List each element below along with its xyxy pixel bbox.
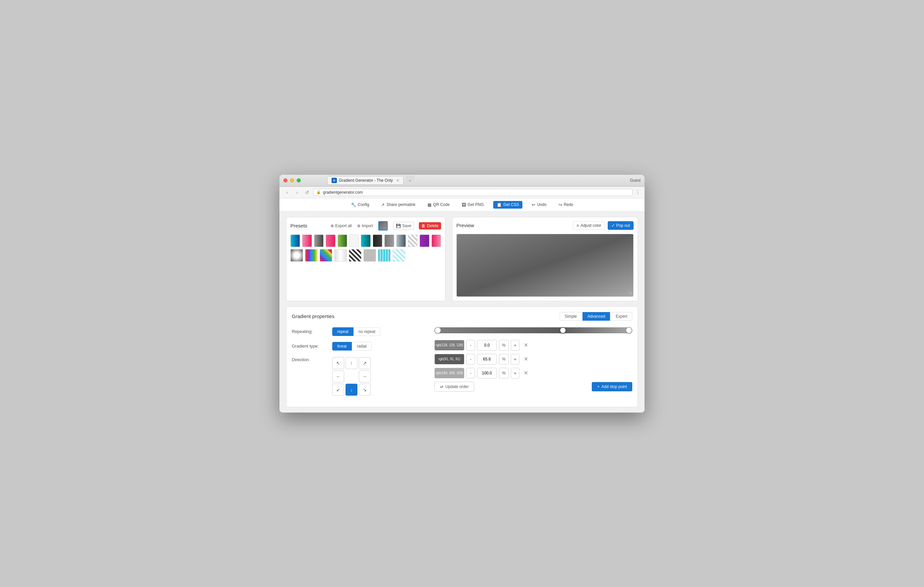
stop-minus-2[interactable]: -	[466, 368, 475, 378]
browser-tab[interactable]: G Gradient Generator - The Only ✕	[327, 176, 404, 185]
new-tab-button[interactable]: +	[406, 176, 415, 185]
stop-position-2[interactable]	[477, 368, 497, 378]
guest-label: Guest	[630, 178, 640, 183]
reload-button[interactable]: ↺	[304, 189, 311, 196]
props-right: rgb(128, 128, 128) - % + ✕ rgb(91, 91, 9…	[434, 327, 632, 401]
preset-swatch[interactable]	[338, 235, 347, 247]
preset-swatch[interactable]	[314, 235, 323, 247]
get-css-button[interactable]: 📋 Get CSS	[493, 201, 522, 209]
redo-button[interactable]: ↪ Redo	[556, 201, 576, 209]
stop-unit-0: %	[499, 340, 509, 350]
preset-swatch[interactable]	[384, 235, 394, 247]
dir-left-button[interactable]: ←	[332, 370, 344, 382]
shuffle-icon: ⇌	[440, 385, 444, 389]
stop-remove-1[interactable]: ✕	[521, 354, 530, 365]
dir-bottom-left-button[interactable]: ↙	[332, 384, 344, 396]
tab-close-icon[interactable]: ✕	[396, 178, 399, 183]
stop-minus-0[interactable]: -	[466, 340, 475, 350]
stop-color-1[interactable]: rgb(91, 91, 91)	[434, 354, 464, 365]
tab-title: Gradient Generator - The Only	[339, 178, 393, 183]
slider-thumb-2[interactable]	[625, 327, 632, 334]
preset-swatch[interactable]	[326, 235, 335, 247]
forward-button[interactable]: ›	[294, 189, 301, 196]
get-png-button[interactable]: 🖼 Get PNG	[459, 201, 487, 209]
dir-bottom-button[interactable]: ↓	[345, 384, 358, 396]
gradient-slider-track[interactable]	[434, 327, 632, 333]
preset-swatch[interactable]	[378, 249, 391, 261]
radial-button[interactable]: radial	[352, 342, 371, 350]
resize-handle-icon[interactable]: ⤡	[629, 291, 632, 295]
pop-out-button[interactable]: ⤢ Pop out	[608, 221, 634, 230]
stop-plus-1[interactable]: +	[511, 354, 520, 365]
dir-right-button[interactable]: →	[359, 370, 371, 382]
preset-swatch[interactable]	[396, 235, 406, 247]
export-all-button[interactable]: ⊕ Export all	[330, 224, 352, 228]
preset-swatch[interactable]	[419, 235, 429, 247]
save-preset-button[interactable]: 💾 Save	[393, 222, 414, 230]
preset-swatch[interactable]	[320, 249, 332, 261]
preview-header: Preview ≡ Adjust color ⤢ Pop out	[456, 221, 634, 230]
stop-rows: rgb(128, 128, 128) - % + ✕ rgb(91, 91, 9…	[434, 340, 632, 378]
stop-remove-0[interactable]: ✕	[521, 340, 530, 350]
preset-swatch[interactable]	[361, 235, 370, 247]
add-stop-button[interactable]: + Add stop point	[592, 382, 632, 391]
dir-bottom-right-button[interactable]: ↘	[359, 384, 371, 396]
delete-icon: 🗑	[421, 224, 426, 228]
slider-thumb-1[interactable]	[559, 327, 566, 334]
linear-button[interactable]: linear	[332, 342, 352, 350]
preset-swatch[interactable]	[408, 235, 417, 247]
adjust-color-button[interactable]: ≡ Adjust color	[573, 221, 605, 230]
main-toolbar: 🔧 Config ↗ Share permalink ▦ QR Code 🖼 G…	[279, 198, 645, 212]
repeat-button[interactable]: repeat	[332, 327, 353, 336]
stop-position-1[interactable]	[477, 354, 497, 365]
no-repeat-button[interactable]: no repeat	[353, 327, 380, 336]
dir-top-right-button[interactable]: ↗	[359, 357, 371, 369]
expert-mode-tab[interactable]: Expert	[610, 312, 632, 321]
close-button[interactable]	[284, 178, 287, 183]
stop-position-0[interactable]	[477, 340, 497, 350]
slider-thumb-0[interactable]	[434, 327, 441, 334]
stop-plus-0[interactable]: +	[511, 340, 520, 350]
preset-swatch[interactable]	[393, 249, 405, 261]
preset-swatch[interactable]	[302, 235, 312, 247]
stop-color-0[interactable]: rgb(128, 128, 128)	[434, 340, 464, 350]
preset-swatch[interactable]	[349, 235, 359, 247]
simple-mode-tab[interactable]: Simple	[559, 312, 582, 321]
qr-code-button[interactable]: ▦ QR Code	[425, 201, 452, 209]
gradient-properties-panel: Gradient properties Simple Advanced Expe…	[286, 306, 638, 407]
browser-menu-button[interactable]: ⋮	[635, 189, 640, 195]
share-permalink-button[interactable]: ↗ Share permalink	[378, 201, 418, 209]
stop-color-2[interactable]: rgb(169, 169, 169)	[434, 368, 464, 378]
preset-swatch[interactable]	[363, 249, 376, 261]
preset-swatch[interactable]	[349, 249, 361, 261]
dir-top-left-button[interactable]: ↖	[332, 357, 344, 369]
stop-minus-1[interactable]: -	[466, 354, 475, 365]
preset-swatch[interactable]	[334, 249, 347, 261]
preset-swatch[interactable]	[305, 249, 318, 261]
preset-swatch[interactable]	[290, 235, 300, 247]
update-order-button[interactable]: ⇌ Update order	[434, 382, 474, 392]
dir-top-button[interactable]: ↑	[345, 357, 358, 369]
import-button[interactable]: ⊕ Import	[357, 224, 373, 228]
props-header: Gradient properties Simple Advanced Expe…	[292, 312, 632, 321]
preset-swatch[interactable]	[290, 249, 303, 261]
presets-grid	[290, 235, 441, 261]
stop-remove-2[interactable]: ✕	[521, 368, 530, 378]
preset-swatch[interactable]	[431, 235, 441, 247]
traffic-lights	[284, 178, 301, 183]
stop-row-1: rgb(91, 91, 91) - % + ✕	[434, 354, 632, 365]
url-bar[interactable]: 🔒 gradientgenerator.com	[314, 189, 633, 196]
preset-swatch[interactable]	[373, 235, 382, 247]
undo-button[interactable]: ↩ Undo	[529, 201, 549, 209]
preview-panel: Preview ≡ Adjust color ⤢ Pop out ⤡	[452, 217, 638, 301]
stop-unit-1: %	[499, 354, 509, 365]
advanced-mode-tab[interactable]: Advanced	[582, 312, 610, 321]
config-button[interactable]: 🔧 Config	[348, 201, 372, 209]
save-icon: 💾	[396, 224, 401, 228]
maximize-button[interactable]	[297, 178, 301, 183]
delete-preset-button[interactable]: 🗑 Delete	[419, 222, 441, 230]
stop-plus-2[interactable]: +	[511, 368, 520, 378]
selected-preset-swatch	[378, 221, 388, 230]
minimize-button[interactable]	[290, 178, 294, 183]
back-button[interactable]: ‹	[284, 189, 291, 196]
